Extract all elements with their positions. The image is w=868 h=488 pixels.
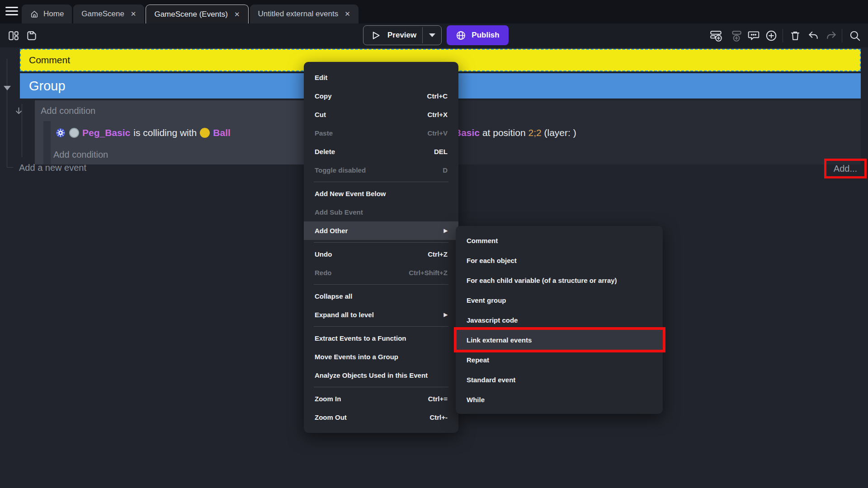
menu-item[interactable]: Add Sub Event ▶ (304, 203, 458, 221)
submenu-item-label: Event group (467, 296, 506, 304)
preview-button-main[interactable]: Preview (363, 26, 422, 45)
menu-divider (314, 182, 448, 182)
collision-icon (55, 127, 66, 138)
menu-item[interactable]: Delete DEL ▶ (304, 142, 458, 161)
menu-item-shortcut: Ctrl+Shift+Z (409, 269, 448, 277)
menu-item[interactable]: Zoom Out Ctrl+- ▶ (304, 408, 458, 427)
peg-object-icon (69, 128, 79, 138)
menu-item-shortcut: Ctrl+V (427, 129, 448, 137)
tab-close-icon[interactable]: ✕ (232, 10, 240, 19)
menu-item-label: Cut (315, 111, 326, 118)
tree-guide-line (7, 59, 7, 168)
menu-item-label: Toggle disabled (315, 166, 366, 174)
add-event-icon[interactable] (710, 29, 722, 42)
submenu-item[interactable]: Standard event (456, 370, 663, 389)
submenu-arrow-icon: ▶ (444, 228, 448, 234)
add-condition-link[interactable]: Add condition (41, 100, 95, 121)
submenu-item-label: For each child variable (of a structure … (467, 277, 617, 284)
submenu-item-label: Javascript code (467, 316, 518, 324)
condition-row[interactable]: Peg_Basic is colliding with Ball (55, 121, 231, 145)
menu-item-label: Zoom Out (315, 413, 347, 421)
menu-divider (314, 284, 448, 285)
action-row-fragment[interactable]: Basic at position 2;2 (layer: ) (454, 121, 576, 145)
action-text: (layer: ) (542, 127, 576, 138)
tree-guide-line (7, 167, 13, 168)
menu-item[interactable]: Extract Events to a Function ▶ (304, 329, 458, 347)
hamburger-menu-icon[interactable] (5, 7, 19, 17)
menu-item-shortcut: DEL (434, 148, 448, 155)
layout-panels-icon[interactable] (7, 29, 20, 42)
submenu-item[interactable]: Repeat (456, 350, 663, 370)
menu-item[interactable]: Cut Ctrl+X ▶ (304, 105, 458, 124)
submenu-item[interactable]: Javascript code (456, 310, 663, 330)
event-expander-icon[interactable] (15, 107, 23, 117)
menu-item[interactable]: Add New Event Below ▶ (304, 184, 458, 203)
submenu-item-label: Link external events (467, 336, 532, 344)
menu-item-label: Redo (315, 269, 332, 277)
menu-item-shortcut: Ctrl+C (427, 92, 448, 100)
search-icon[interactable] (849, 29, 861, 42)
menu-item-label: Move Events into a Group (315, 353, 398, 361)
menu-item[interactable]: Analyze Objects Used in this Event ▶ (304, 366, 458, 385)
submenu-item[interactable]: Event group (456, 290, 663, 310)
add-circle-icon[interactable] (765, 29, 778, 42)
menu-item-shortcut: Ctrl+Z (428, 250, 448, 258)
menu-item[interactable]: Add Other ▶ (304, 221, 458, 240)
menu-item[interactable]: Redo Ctrl+Shift+Z ▶ (304, 263, 458, 282)
menu-divider (314, 326, 448, 327)
tab-strip: Home ✕ GameScene ✕ Gam (22, 5, 359, 23)
menu-divider (314, 387, 448, 387)
publish-button[interactable]: Publish (447, 25, 509, 45)
menu-item[interactable]: Collapse all ▶ (304, 287, 458, 305)
save-icon[interactable] (25, 29, 38, 42)
submenu-item[interactable]: Comment (456, 230, 663, 250)
submenu-item-label: Standard event (467, 376, 515, 384)
tab-close-icon[interactable]: ✕ (343, 10, 350, 18)
menu-item[interactable]: Move Events into a Group ▶ (304, 347, 458, 366)
submenu-item[interactable]: While (456, 389, 663, 409)
trash-icon[interactable] (789, 29, 802, 42)
submenu-item-label: For each object (467, 257, 517, 264)
tab-bar: Home ✕ GameScene ✕ Gam (0, 0, 868, 23)
menu-item[interactable]: Undo Ctrl+Z ▶ (304, 245, 458, 263)
group-expander-icon[interactable] (4, 86, 11, 90)
menu-item-label: Analyze Objects Used in this Event (315, 371, 428, 379)
submenu-item-label: Comment (467, 237, 498, 244)
add-comment-icon[interactable] (747, 29, 760, 42)
undo-icon[interactable] (807, 29, 820, 42)
toolbar-divider (783, 29, 783, 42)
menu-item-label: Extract Events to a Function (315, 334, 406, 342)
add-more-annotation-box: Add... (824, 159, 867, 178)
menu-item-label: Zoom In (315, 395, 341, 403)
menu-item[interactable]: Paste Ctrl+V ▶ (304, 124, 458, 142)
submenu-item-label: Repeat (467, 356, 489, 364)
preview-label: Preview (387, 31, 416, 40)
redo-icon (825, 29, 838, 42)
menu-item[interactable]: Expand all to level ▶ (304, 305, 458, 324)
tab[interactable]: GameScene (Events) ✕ (146, 5, 248, 23)
menu-item-label: Undo (315, 250, 332, 258)
object-name: Ball (213, 127, 231, 138)
tab[interactable]: Home ✕ (22, 5, 72, 23)
tab[interactable]: GameScene ✕ (73, 5, 144, 23)
submenu-item-label: While (467, 396, 485, 404)
context-menu: Edit ▶ Copy Ctrl+C ▶ Cut Ctrl+X ▶ Paste … (304, 62, 458, 433)
menu-item-shortcut: Ctrl+- (429, 413, 448, 421)
add-new-event-link[interactable]: Add a new event (19, 161, 86, 174)
submenu-item[interactable]: For each object (456, 250, 663, 270)
preview-button[interactable]: Preview (363, 25, 442, 45)
menu-item[interactable]: Toggle disabled D ▶ (304, 161, 458, 179)
menu-item-label: Paste (315, 129, 333, 137)
submenu-item[interactable]: Link external events (456, 330, 663, 350)
menu-item[interactable]: Zoom In Ctrl+= ▶ (304, 389, 458, 408)
submenu-item[interactable]: For each child variable (of a structure … (456, 270, 663, 290)
toolbar: Preview Publish (0, 23, 868, 47)
tab[interactable]: Untitled external events ✕ (250, 5, 359, 23)
preview-dropdown-arrow[interactable] (423, 26, 441, 45)
add-sub-event-icon (730, 29, 742, 42)
add-more-link[interactable]: Add... (834, 164, 857, 174)
menu-item[interactable]: Edit ▶ (304, 68, 458, 87)
tab-close-icon[interactable]: ✕ (129, 10, 137, 18)
home-icon (30, 9, 39, 19)
menu-item[interactable]: Copy Ctrl+C ▶ (304, 87, 458, 105)
